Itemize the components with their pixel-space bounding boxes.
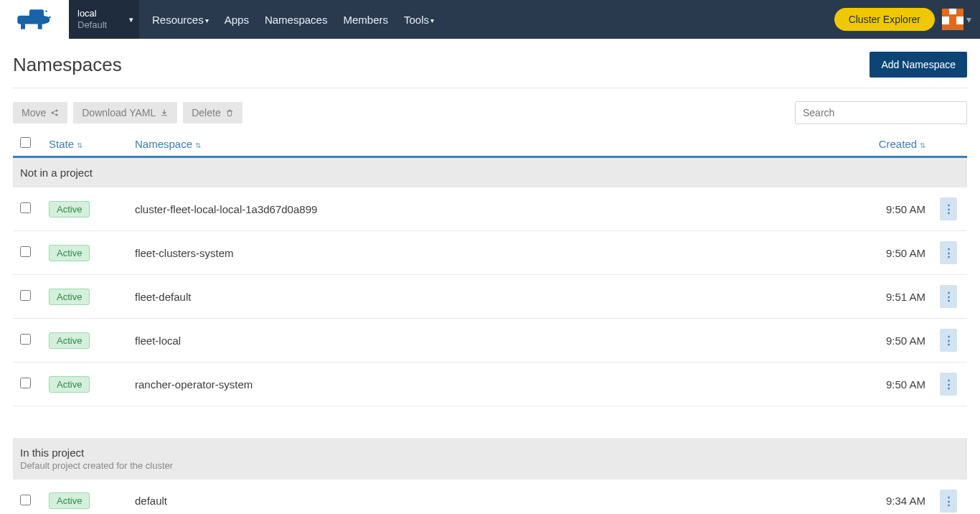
cluster-selector[interactable]: local Default ▾ <box>69 0 139 39</box>
cluster-name: local <box>77 8 131 19</box>
table-row: Activerancher-operator-system9:50 AM⋮ <box>13 363 967 406</box>
created-time: 9:51 AM <box>847 275 933 319</box>
row-actions-menu[interactable]: ⋮ <box>940 373 957 396</box>
row-checkbox[interactable] <box>20 202 31 213</box>
state-badge: Active <box>49 201 90 218</box>
svg-rect-8 <box>942 9 949 17</box>
created-time: 9:50 AM <box>847 187 933 231</box>
column-state[interactable]: State⇅ <box>42 131 128 157</box>
navbar: local Default ▾ Resources▾ Apps Namespac… <box>69 0 980 39</box>
row-actions-menu[interactable]: ⋮ <box>940 329 957 352</box>
row-actions-menu[interactable]: ⋮ <box>940 241 957 264</box>
avatar-icon <box>942 9 963 30</box>
table-row: Activefleet-local9:50 AM⋮ <box>13 319 967 363</box>
row-checkbox[interactable] <box>20 290 31 301</box>
state-badge: Active <box>49 376 90 393</box>
download-yaml-button[interactable]: Download YAML <box>73 102 177 123</box>
trash-icon <box>225 108 234 117</box>
nav-right: Cluster Explorer ▾ <box>834 0 980 39</box>
nav-members[interactable]: Members <box>343 14 388 26</box>
created-time: 9:50 AM <box>847 363 933 406</box>
logo-area <box>0 0 69 39</box>
row-actions-menu[interactable]: ⋮ <box>940 285 957 308</box>
namespace-name: rancher-operator-system <box>128 363 847 406</box>
table-header-row: State⇅ Namespace⇅ Created⇅ <box>13 131 967 157</box>
user-menu[interactable]: ▾ <box>942 9 971 30</box>
nav-tools[interactable]: Tools▾ <box>404 14 434 26</box>
search-box <box>795 101 967 124</box>
state-badge: Active <box>49 245 90 261</box>
sort-icon: ⇅ <box>77 141 83 149</box>
row-checkbox[interactable] <box>20 246 31 257</box>
page-content: Namespaces Add Namespace Move Download Y… <box>0 39 980 514</box>
created-time: 9:50 AM <box>847 231 933 275</box>
svg-rect-9 <box>956 9 963 17</box>
download-icon <box>160 108 169 117</box>
svg-rect-11 <box>942 24 963 30</box>
add-namespace-button[interactable]: Add Namespace <box>870 52 967 78</box>
table-row: Activedefault9:34 AM⋮ <box>13 480 967 515</box>
move-button[interactable]: Move <box>13 102 67 123</box>
row-actions-menu[interactable]: ⋮ <box>940 490 957 513</box>
svg-rect-5 <box>49 17 50 18</box>
namespace-name: fleet-local <box>128 319 847 363</box>
table-row: Activefleet-default9:51 AM⋮ <box>13 275 967 319</box>
nav-items: Resources▾ Apps Namespaces Members Tools… <box>139 0 434 39</box>
group-header: Not in a project <box>13 157 967 188</box>
select-all-checkbox[interactable] <box>20 137 31 148</box>
cluster-context: Default <box>77 19 131 31</box>
row-checkbox[interactable] <box>20 334 31 345</box>
namespace-name: default <box>128 480 847 515</box>
namespace-name: fleet-clusters-system <box>128 231 847 275</box>
bulk-actions: Move Download YAML Delete <box>13 101 967 124</box>
chevron-down-icon: ▾ <box>129 15 133 24</box>
namespaces-table: State⇅ Namespace⇅ Created⇅ Not in a proj… <box>13 131 967 514</box>
delete-button[interactable]: Delete <box>183 102 242 123</box>
row-checkbox[interactable] <box>20 495 31 505</box>
share-icon <box>50 108 59 117</box>
nav-apps[interactable]: Apps <box>225 14 249 26</box>
state-badge: Active <box>49 289 90 305</box>
created-time: 9:50 AM <box>847 319 933 363</box>
chevron-down-icon: ▾ <box>205 17 209 24</box>
svg-rect-10 <box>949 14 956 24</box>
table-row: Activecluster-fleet-local-local-1a3d67d0… <box>13 187 967 231</box>
table-row: Activefleet-clusters-system9:50 AM⋮ <box>13 231 967 275</box>
rancher-logo-icon <box>13 8 56 31</box>
page-title: Namespaces <box>13 54 122 76</box>
created-time: 9:34 AM <box>847 480 933 515</box>
namespace-name: cluster-fleet-local-local-1a3d67d0a899 <box>128 187 847 231</box>
svg-rect-2 <box>21 23 25 29</box>
group-subtitle: Default project created for the cluster <box>20 460 960 471</box>
row-checkbox[interactable] <box>20 378 31 388</box>
state-badge: Active <box>49 332 90 349</box>
cluster-explorer-button[interactable]: Cluster Explorer <box>834 8 935 31</box>
search-input[interactable] <box>795 101 967 124</box>
namespace-name: fleet-default <box>128 275 847 319</box>
svg-rect-1 <box>17 16 46 24</box>
state-badge: Active <box>49 492 90 509</box>
sort-icon: ⇅ <box>920 141 925 149</box>
group-header: In this projectDefault project created f… <box>13 438 967 480</box>
top-bar: local Default ▾ Resources▾ Apps Namespac… <box>0 0 980 39</box>
svg-point-6 <box>45 11 47 12</box>
chevron-down-icon: ▾ <box>430 17 434 24</box>
nav-resources[interactable]: Resources▾ <box>152 14 209 26</box>
sort-icon: ⇅ <box>195 141 201 149</box>
column-namespace[interactable]: Namespace⇅ <box>128 131 847 157</box>
svg-rect-3 <box>38 23 42 29</box>
page-header: Namespaces Add Namespace <box>13 52 967 88</box>
chevron-down-icon: ▾ <box>966 14 971 25</box>
nav-namespaces[interactable]: Namespaces <box>265 14 328 26</box>
column-created[interactable]: Created⇅ <box>847 131 933 157</box>
svg-point-4 <box>43 17 50 23</box>
row-actions-menu[interactable]: ⋮ <box>940 197 957 220</box>
